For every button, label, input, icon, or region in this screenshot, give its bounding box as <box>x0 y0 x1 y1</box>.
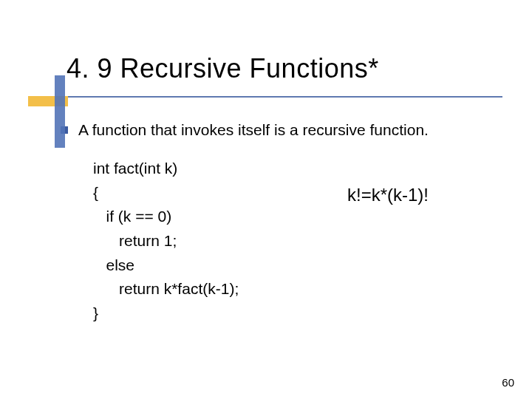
title-area: 4. 9 Recursive Functions* <box>28 53 502 84</box>
formula-annotation: k!=k*(k-1)! <box>347 185 429 205</box>
code-line: int fact(int k) <box>93 157 488 181</box>
page-number: 60 <box>502 376 514 389</box>
code-line: return 1; <box>93 229 488 253</box>
code-line: if (k == 0) <box>93 205 488 229</box>
bullet-text: A function that invokes itself is a recu… <box>78 120 429 140</box>
title-underline <box>37 96 502 98</box>
code-line: else <box>93 253 488 278</box>
code-line: } <box>93 301 488 326</box>
bullet-item: A function that invokes itself is a recu… <box>61 120 488 140</box>
code-line: return k*fact(k-1); <box>93 277 488 301</box>
title-accent-vertical <box>55 75 65 148</box>
slide-title: 4. 9 Recursive Functions* <box>28 53 502 84</box>
slide: 4. 9 Recursive Functions* A function tha… <box>0 0 532 399</box>
code-block: int fact(int k) { if (k == 0) return 1; … <box>93 157 488 325</box>
body-area: A function that invokes itself is a recu… <box>61 120 488 325</box>
